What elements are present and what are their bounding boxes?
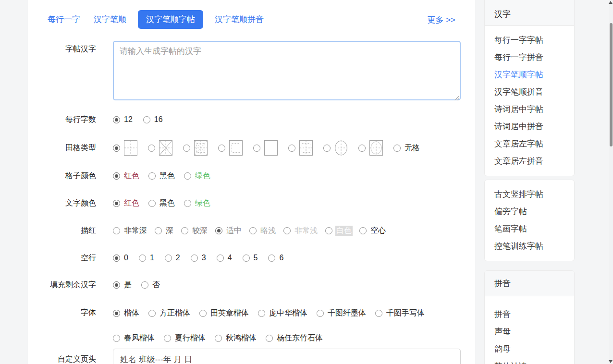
trace-option-6[interactable]: 非常浅 bbox=[283, 226, 319, 236]
sidebar-item-3-2[interactable]: 声母 bbox=[485, 323, 574, 340]
scroll-up-icon[interactable] bbox=[609, 1, 613, 4]
grid-type-option-8[interactable] bbox=[358, 140, 383, 157]
radio-icon bbox=[266, 335, 273, 342]
sidebar-item-2-2[interactable]: 偏旁字帖 bbox=[485, 203, 574, 220]
hanzi-label: 字帖汉字 bbox=[28, 44, 96, 54]
sidebar-item-3-1[interactable]: 拼音 bbox=[485, 306, 574, 323]
text-color-option-2[interactable]: 黑色 bbox=[148, 198, 176, 208]
empty-rows-option-2[interactable]: 1 bbox=[139, 254, 155, 262]
empty-rows-option-3[interactable]: 2 bbox=[165, 254, 181, 262]
empty-rows-option-1[interactable]: 0 bbox=[113, 254, 129, 262]
sidebar-item-1-2[interactable]: 每行一字拼音 bbox=[485, 49, 574, 66]
grid-type-option-none[interactable]: 无格 bbox=[393, 143, 421, 153]
sidebar-card-1: 汉字每行一字字帖每行一字拼音汉字笔顺字帖汉字笔顺拼音诗词居中字帖诗词居中拼音文章… bbox=[484, 0, 575, 176]
per-row-count-option-1[interactable]: 12 bbox=[113, 115, 134, 124]
radio-icon bbox=[184, 172, 191, 180]
font-option-label: 田英章楷体 bbox=[209, 304, 250, 322]
font-option-1[interactable]: 楷体 bbox=[113, 304, 140, 322]
font-option-5[interactable]: 千图纤墨体 bbox=[317, 304, 367, 322]
trace-option-8[interactable]: 空心 bbox=[359, 226, 387, 236]
trace-option-4[interactable]: 适中 bbox=[215, 226, 243, 236]
grid-type-option-6[interactable] bbox=[288, 140, 313, 157]
trace-option-7[interactable]: 白色 bbox=[325, 226, 353, 236]
font-option-2[interactable]: 方正楷体 bbox=[148, 304, 191, 322]
font-option-label: 方正楷体 bbox=[159, 304, 191, 322]
custom-header-input[interactable] bbox=[113, 349, 461, 364]
text-color-option-1[interactable]: 红色 bbox=[113, 198, 140, 208]
empty-rows-option-5[interactable]: 4 bbox=[217, 254, 233, 262]
radio-icon bbox=[113, 335, 120, 342]
grid-type-option-1[interactable] bbox=[113, 140, 138, 157]
sidebar-item-1-6[interactable]: 诗词居中拼音 bbox=[485, 118, 574, 135]
radio-icon bbox=[139, 255, 146, 262]
row-custom-header: 自定义页头 bbox=[28, 349, 461, 364]
sidebar-item-3-4[interactable]: 整体认读 bbox=[485, 358, 574, 364]
scrollbar-thumb[interactable] bbox=[610, 23, 613, 146]
radio-icon bbox=[199, 310, 207, 317]
trace-option-3[interactable]: 较深 bbox=[181, 226, 208, 236]
trace-option-5[interactable]: 略浅 bbox=[249, 226, 277, 236]
radio-icon bbox=[113, 116, 120, 123]
fill-remaining-option-label: 否 bbox=[151, 280, 161, 290]
grid-type-option-5[interactable] bbox=[253, 140, 278, 157]
text-color-option-3[interactable]: 绿色 bbox=[184, 198, 211, 208]
font-option-4[interactable]: 庞中华楷体 bbox=[258, 304, 308, 322]
more-link[interactable]: 更多 >> bbox=[427, 14, 455, 25]
sidebar-item-2-3[interactable]: 笔画字帖 bbox=[485, 220, 574, 238]
sidebar-item-1-5[interactable]: 诗词居中字帖 bbox=[485, 101, 574, 118]
font-option-10[interactable]: 杨任东竹石体 bbox=[266, 329, 324, 347]
grid-type-option-4[interactable] bbox=[218, 140, 243, 157]
top-tabs: 每行一字汉字笔顺汉字笔顺字帖汉字笔顺拼音 bbox=[46, 11, 266, 28]
sidebar-item-1-3[interactable]: 汉字笔顺字帖 bbox=[485, 66, 574, 84]
empty-rows-option-7[interactable]: 6 bbox=[268, 254, 284, 262]
font-option-9[interactable]: 秋鸿楷体 bbox=[215, 329, 257, 347]
hui-grid-icon bbox=[229, 140, 243, 157]
tab-4[interactable]: 汉字笔顺拼音 bbox=[213, 11, 266, 28]
empty-rows-option-label: 3 bbox=[201, 254, 207, 262]
main-panel: 每行一字汉字笔顺汉字笔顺字帖汉字笔顺拼音 更多 >> 字帖汉字 每行字数 121… bbox=[28, 0, 475, 364]
grid-color-option-1[interactable]: 红色 bbox=[113, 171, 140, 181]
grid-type-option-2[interactable] bbox=[148, 140, 173, 157]
font-option-7[interactable]: 春风楷体 bbox=[113, 329, 156, 347]
sidebar-card-3: 拼音拼音声母韵母整体认读 bbox=[484, 270, 575, 364]
fill-remaining-option-1[interactable]: 是 bbox=[113, 280, 133, 290]
radio-icon bbox=[218, 145, 225, 152]
empty-rows-option-6[interactable]: 5 bbox=[243, 254, 259, 262]
trace-option-2[interactable]: 深 bbox=[155, 226, 174, 236]
sidebar-item-2-4[interactable]: 控笔训练字帖 bbox=[485, 238, 574, 255]
font-option-3[interactable]: 田英章楷体 bbox=[199, 304, 250, 322]
grid-type-option-7[interactable] bbox=[323, 140, 348, 157]
row-per-row-count: 每行字数 1216 bbox=[28, 112, 164, 127]
sidebar-item-1-4[interactable]: 汉字笔顺拼音 bbox=[485, 84, 574, 101]
sidebar-item-3-3[interactable]: 韵母 bbox=[485, 340, 574, 358]
row-text-color: 文字颜色 红色黑色绿色 bbox=[28, 195, 211, 211]
radio-icon bbox=[164, 335, 171, 342]
radio-icon bbox=[283, 227, 291, 234]
font-option-6[interactable]: 千图手写体 bbox=[375, 304, 426, 322]
scroll-down-icon[interactable] bbox=[609, 360, 613, 363]
font-option-8[interactable]: 夏行楷体 bbox=[164, 329, 207, 347]
per-row-count-option-2[interactable]: 16 bbox=[143, 115, 164, 124]
empty-rows-option-label: 5 bbox=[253, 254, 259, 262]
fill-remaining-option-2[interactable]: 否 bbox=[141, 280, 161, 290]
tab-1[interactable]: 每行一字 bbox=[46, 11, 82, 28]
grid-color-option-3[interactable]: 绿色 bbox=[184, 171, 211, 181]
tab-3[interactable]: 汉字笔顺字帖 bbox=[138, 10, 203, 29]
grid-type-option-3[interactable] bbox=[183, 140, 208, 157]
radio-icon bbox=[288, 145, 295, 152]
sidebar-item-1-8[interactable]: 文章居左拼音 bbox=[485, 153, 574, 170]
radio-icon bbox=[148, 200, 156, 207]
sidebar-item-1-7[interactable]: 文章居左字帖 bbox=[485, 135, 574, 153]
sidebar-section-title: 汉字 bbox=[485, 0, 574, 26]
sidebar-item-2-1[interactable]: 古文竖排字帖 bbox=[485, 186, 574, 203]
trace-option-1[interactable]: 非常深 bbox=[113, 226, 148, 236]
no-grid-label: 无格 bbox=[404, 143, 421, 153]
hanzi-input[interactable] bbox=[113, 41, 461, 100]
empty-rows-option-4[interactable]: 3 bbox=[191, 254, 207, 262]
scrollbar-track[interactable] bbox=[609, 0, 613, 364]
tab-2[interactable]: 汉字笔顺 bbox=[92, 11, 128, 28]
empty-rows-option-label: 6 bbox=[278, 254, 284, 262]
trace-option-label: 非常浅 bbox=[294, 226, 319, 236]
sidebar-item-1-1[interactable]: 每行一字字帖 bbox=[485, 32, 574, 49]
grid-color-option-2[interactable]: 黑色 bbox=[148, 171, 176, 181]
